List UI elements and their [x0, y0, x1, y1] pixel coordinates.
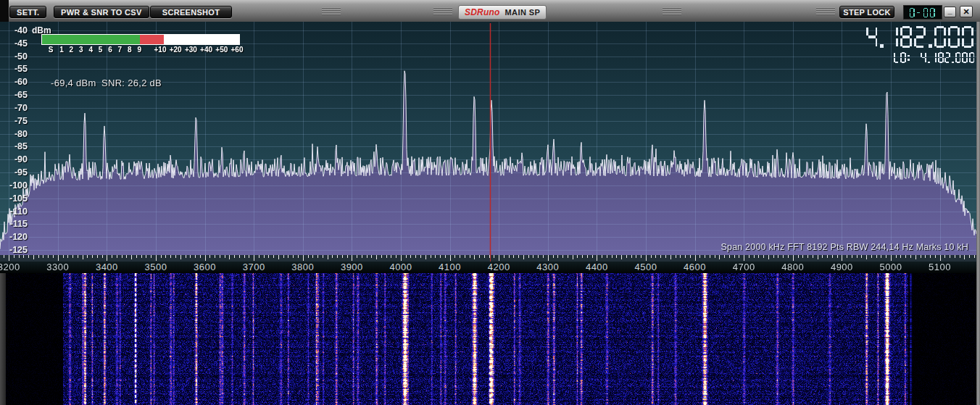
frequency-tick-label: 4900	[831, 262, 853, 272]
dbm-tick-label: -90	[0, 154, 28, 164]
power-readout: -69,4 dBm	[51, 78, 96, 88]
dbm-tick-label: -70	[0, 103, 28, 113]
toolbar: SETT. PWR & SNR TO CSV SCREENSHOT SDRuno…	[0, 0, 980, 22]
frequency-tick-label: 3400	[96, 262, 118, 272]
frequency-tick-label: 4400	[586, 262, 608, 272]
frequency-tick-label: 5000	[879, 262, 902, 272]
s-meter-scale-label: 3	[79, 46, 83, 54]
dbm-tick-label: -110	[0, 206, 28, 217]
s-meter-scale-label: +60	[231, 46, 244, 54]
close-icon: ✕	[963, 7, 969, 17]
frequency-tick-label: 3800	[291, 262, 314, 272]
dbm-tick-label: -65	[0, 90, 28, 100]
frequency-tick-label: 4100	[439, 262, 461, 272]
close-button[interactable]: ✕	[960, 6, 973, 17]
frequency-tick-label: 4500	[634, 262, 657, 272]
frequency-tick-label: 5100	[929, 262, 951, 272]
screenshot-button[interactable]: SCREENSHOT	[150, 6, 232, 18]
frequency-ruler-canvas	[0, 255, 980, 262]
frequency-tick-label: 3700	[243, 262, 265, 272]
frequency-tick-label: 3500	[144, 262, 167, 272]
s-meter-scale-label: 2	[70, 46, 74, 54]
snr-readout: SNR: 26,2 dB	[101, 78, 162, 88]
s-meter-scale-label: 8	[128, 46, 132, 54]
toolbar-left-pad	[0, 0, 9, 22]
grip-texture	[663, 7, 681, 15]
frequency-tick-label: 4700	[733, 262, 755, 272]
step-lock-button[interactable]: STEP LOCK	[839, 6, 894, 18]
status-readout: Span 2000 kHz FFT 8192 Pts RBW 244,14 Hz…	[721, 242, 968, 252]
brand-label: SDRuno	[465, 7, 500, 17]
s-meter-scale-label: 1	[59, 46, 64, 54]
dbm-tick-label: -115	[0, 219, 28, 229]
dbm-tick-label: -100	[0, 180, 28, 191]
s-meter-green-bar	[42, 35, 140, 44]
s-meter-scale-label: S	[49, 46, 54, 54]
window-frame-left	[0, 273, 6, 405]
frequency-tick-label: 4300	[536, 262, 559, 272]
s-meter-scale-label: 9	[137, 46, 141, 54]
dbm-tick-label: -60	[0, 77, 28, 87]
pwr-snr-to-csv-button[interactable]: PWR & SNR TO CSV	[54, 6, 149, 18]
dbm-tick-label: -125	[0, 245, 28, 255]
waterfall-panel	[0, 273, 980, 405]
s-meter[interactable]	[41, 34, 240, 45]
window-frame-right	[976, 22, 980, 405]
vfo-frequency-display[interactable]	[866, 26, 976, 48]
window-title[interactable]: SDRuno MAIN SP	[458, 5, 547, 20]
dbm-tick-label: -55	[0, 64, 28, 74]
frequency-tick-label: 3300	[46, 262, 69, 272]
s-meter-scale-label: +30	[185, 46, 197, 54]
frequency-tick-label: 4800	[781, 262, 804, 272]
grip-texture	[322, 7, 341, 15]
s-meter-scale-label: 6	[108, 46, 112, 54]
minimize-button[interactable]: _	[944, 7, 956, 17]
s-meter-scale-label: +10	[154, 46, 167, 54]
frequency-tick-label: 4200	[488, 262, 510, 272]
dbm-tick-label: -80	[0, 129, 28, 139]
spectrum-canvas[interactable]	[0, 22, 980, 255]
lo-frequency-digits	[921, 52, 976, 66]
minimize-icon: _	[947, 6, 952, 14]
spectrum-panel: -40-45-50-55-60-65-70-75-80-85-90-95-100…	[0, 22, 980, 255]
window-name-label: MAIN SP	[505, 8, 541, 17]
dbm-tick-label: -105	[0, 193, 28, 204]
dbm-tick-label: -75	[0, 116, 28, 126]
grip-texture	[816, 7, 835, 15]
frequency-tick-label: 4600	[684, 262, 706, 272]
s-meter-scale: S123456789+10+20+30+40+50+60	[0, 46, 246, 54]
frequency-axis[interactable]: 3200330034003500360037003800390040004100…	[0, 255, 980, 273]
dbm-tick-label: -120	[0, 232, 28, 242]
s-meter-scale-label: 4	[88, 46, 93, 54]
sdruno-main-sp-window: SETT. PWR & SNR TO CSV SCREENSHOT SDRuno…	[0, 0, 980, 405]
step-size-display[interactable]	[903, 5, 942, 20]
s-meter-red-bar	[140, 35, 164, 44]
lo-label	[894, 52, 911, 66]
dbm-tick-label: -95	[0, 167, 28, 178]
s-meter-scale-label: +20	[170, 46, 182, 54]
dbm-tick-label: -85	[0, 141, 28, 151]
s-meter-scale-label: +50	[215, 46, 228, 54]
dbm-tick-label: -40	[0, 25, 28, 36]
lo-frequency-display[interactable]	[894, 52, 976, 66]
grip-texture	[433, 7, 452, 15]
frequency-tick-label: 4000	[389, 262, 412, 272]
frequency-tick-label: 3600	[194, 262, 216, 272]
s-meter-scale-label: 5	[99, 46, 103, 54]
waterfall-canvas[interactable]	[0, 273, 980, 405]
settings-button[interactable]: SETT.	[9, 6, 46, 18]
frequency-tick-label: 3900	[341, 262, 363, 272]
s-meter-scale-label: +40	[200, 46, 212, 54]
frequency-tick-label: 3200	[0, 262, 20, 272]
s-meter-scale-label: 7	[118, 46, 122, 54]
